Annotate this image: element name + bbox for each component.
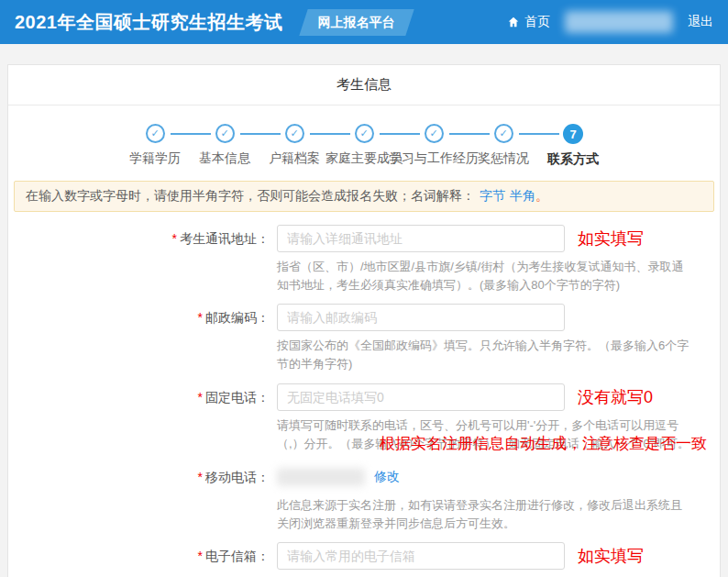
email-input[interactable] (277, 542, 565, 570)
step-circle-done: ✓ (355, 124, 374, 143)
step-label: 学籍学历 (129, 150, 181, 167)
required-marker: * (198, 549, 203, 563)
address-annotation: 如实填写 (578, 227, 644, 250)
address-row: *考生通讯地址： 如实填写 指省（区、市）/地市区盟/县市旗/乡镇/街村（为考生… (8, 225, 720, 294)
check-icon: ✓ (290, 128, 298, 139)
step-jiangcheng[interactable]: ✓ 奖惩情况 (469, 124, 538, 168)
nav-home[interactable]: 首页 (507, 14, 550, 30)
app-title: 2021年全国硕士研究生招生考试 (15, 10, 283, 35)
notice-period: 。 (535, 188, 548, 203)
header-nav: 首页 退出 (507, 11, 713, 33)
step-lianxi-active[interactable]: 7 联系方式 (538, 124, 608, 168)
logout-link[interactable]: 退出 (688, 14, 713, 30)
step-label: 户籍档案 (269, 150, 320, 167)
check-icon: ✓ (220, 128, 228, 139)
step-huji[interactable]: ✓ 户籍档案 (259, 124, 329, 168)
address-input[interactable] (277, 225, 565, 252)
mobile-autofill-annotation: 根据实名注册信息自动生成，注意核查是否一致 (380, 433, 717, 454)
check-icon: ✓ (359, 128, 368, 139)
address-label-text: 考生通讯地址： (180, 231, 270, 246)
mobile-row: *移动电话： 修改 此信息来源于实名注册，如有误请登录实名注册进行修改，修改后退… (8, 463, 720, 533)
section-title: 考生信息 (8, 65, 720, 105)
required-marker: * (198, 310, 203, 325)
address-help: 指省（区、市）/地市区盟/县市旗/乡镇/街村（为考生接收复试通知书、录取通知书地… (277, 258, 691, 294)
email-label: *电子信箱： (8, 542, 270, 577)
byte-definition-link[interactable]: 字节 (480, 188, 505, 203)
postal-help: 按国家公布的《全国邮政编码》填写。只允许输入半角字符。（最多输入6个字节的半角字… (277, 337, 691, 373)
step-circle-done: ✓ (215, 124, 235, 143)
email-row: *电子信箱： 如实填写 请填写常用的电子信箱。（最多输入30个字节的半角字符) (8, 542, 720, 577)
landline-row: *固定电话： 没有就写0 请填写可随时联系的电话，区号、分机号可以用'-'分开，… (8, 383, 720, 454)
mobile-label: *移动电话： (8, 463, 270, 533)
step-label: 联系方式 (547, 151, 599, 168)
mobile-help: 此信息来源于实名注册，如有误请登录实名注册进行修改，修改后退出系统且关闭浏览器重… (277, 496, 691, 533)
step-circle-done: ✓ (494, 124, 513, 143)
landline-label: *固定电话： (8, 383, 270, 454)
landline-input[interactable] (277, 383, 565, 411)
postal-row: *邮政编码： 按国家公布的《全国邮政编码》填写。只允许输入半角字符。（最多输入6… (8, 304, 720, 373)
home-icon (507, 16, 520, 28)
step-xuexi[interactable]: ✓ 学习与工作经历 (399, 124, 469, 168)
notice-text: 在输入数字或字母时，请使用半角字符，否则可能会造成报名失败；名词解释： (26, 188, 475, 203)
user-name-redacted (565, 11, 673, 33)
step-circle-done: ✓ (425, 124, 444, 143)
required-marker: * (172, 231, 177, 246)
step-label: 学习与工作经历 (389, 150, 479, 167)
step-xueji[interactable]: ✓ 学籍学历 (120, 124, 190, 168)
email-annotation: 如实填写 (578, 545, 644, 567)
landline-annotation: 没有就写0 (578, 386, 653, 408)
required-marker: * (198, 470, 203, 484)
postal-label-text: 邮政编码： (205, 310, 270, 325)
step-jiben[interactable]: ✓ 基本信息 (190, 124, 259, 168)
halfwidth-definition-link[interactable]: 半角 (510, 188, 535, 203)
address-label: *考生通讯地址： (8, 225, 270, 294)
contact-form: *考生通讯地址： 如实填写 指省（区、市）/地市区盟/县市旗/乡镇/街村（为考生… (8, 225, 720, 577)
check-icon: ✓ (429, 128, 437, 139)
check-icon: ✓ (499, 128, 507, 139)
step-circle-done: ✓ (146, 124, 165, 143)
step-circle-active: 7 (563, 124, 583, 144)
platform-badge-label: 网上报名平台 (317, 15, 394, 31)
notice-bar: 在输入数字或字母时，请使用半角字符，否则可能会造成报名失败；名词解释：字节半角。 (14, 181, 714, 212)
nav-home-label: 首页 (524, 14, 550, 30)
postal-code-input[interactable] (277, 304, 565, 331)
step-number: 7 (569, 128, 576, 140)
check-icon: ✓ (150, 128, 159, 139)
main-card: 考生信息 ✓ 学籍学历 ✓ 基本信息 ✓ 户籍档案 ✓ 家庭主要成员 ✓ 学习与… (7, 64, 721, 577)
platform-badge: 网上报名平台 (299, 9, 414, 36)
required-marker: * (198, 390, 203, 405)
modify-mobile-link[interactable]: 修改 (374, 469, 400, 485)
stepper: ✓ 学籍学历 ✓ 基本信息 ✓ 户籍档案 ✓ 家庭主要成员 ✓ 学习与工作经历 … (8, 105, 720, 179)
landline-label-text: 固定电话： (205, 390, 270, 405)
step-circle-done: ✓ (285, 124, 304, 143)
step-label: 奖惩情况 (478, 150, 529, 167)
mobile-number-redacted (277, 468, 365, 486)
top-header: 2021年全国硕士研究生招生考试 网上报名平台 首页 退出 (0, 0, 728, 44)
email-label-text: 电子信箱： (205, 549, 270, 563)
step-label: 基本信息 (199, 150, 250, 167)
mobile-label-text: 移动电话： (205, 470, 270, 484)
postal-label: *邮政编码： (8, 304, 270, 373)
